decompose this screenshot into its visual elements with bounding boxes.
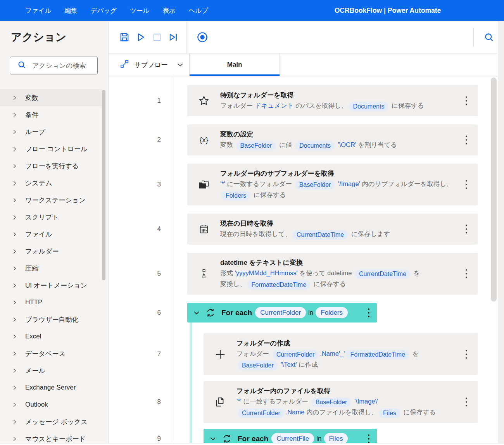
action-card[interactable]: {x}変数の設定変数 BaseFolder に値 Documents '\OCR… — [187, 124, 478, 155]
sidebar-item-ui-automation[interactable]: UI オートメーション — [0, 277, 102, 294]
foreach-header[interactable]: For eachCurrentFolderinFolders — [187, 303, 377, 323]
run-button[interactable] — [133, 29, 149, 45]
variable-pill[interactable]: CurrentFolder — [238, 409, 284, 418]
more-options-button[interactable] — [462, 269, 471, 279]
sidebar-item-database[interactable]: データベース — [0, 345, 102, 362]
description-text: を割り当てる — [356, 141, 397, 148]
action-description: BaseFolder '\Text' に作成 — [236, 359, 462, 370]
more-options-button[interactable] — [462, 349, 471, 359]
variable-pill[interactable]: CurrentFolder — [255, 307, 306, 318]
chevron-right-icon — [12, 231, 17, 237]
action-card[interactable]: フォルダー内のサブフォルダーを取得'*' に一致するフォルダー BaseFold… — [187, 164, 478, 205]
sidebar-item-label: UI オートメーション — [25, 281, 87, 290]
variable-pill[interactable]: FormattedDateTime — [346, 350, 409, 359]
variable-pill[interactable]: FormattedDateTime — [247, 280, 310, 290]
variable-pill[interactable]: CurrentDateTime — [293, 230, 348, 240]
tab-main-label: Main — [227, 61, 242, 69]
sidebar-item-email[interactable]: メール — [0, 362, 102, 379]
canvas-scrollbar[interactable] — [491, 78, 497, 302]
chevron-right-icon — [12, 266, 17, 271]
flow-row: 6For eachCurrentFolderinFolders — [109, 303, 504, 323]
action-content: フォルダー内のファイルを取得'*' に一致するフォルダー BaseFolder … — [236, 386, 462, 418]
action-card[interactable]: 現在の日時を取得現在の日時を取得して、CurrentDateTime に保存しま… — [187, 214, 478, 245]
sidebar-item-http[interactable]: HTTP — [0, 294, 102, 311]
sidebar-item-outlook[interactable]: Outlook — [0, 396, 102, 413]
sidebar-item-label: ループ — [25, 128, 45, 136]
subflow-label: サブフロー — [134, 60, 168, 69]
chevron-down-icon[interactable] — [209, 435, 217, 443]
sidebar-item-compression[interactable]: 圧縮 — [0, 260, 102, 277]
variable-pill[interactable]: Folders — [316, 307, 348, 318]
window-bottom-edge — [0, 443, 504, 445]
sidebar-item-scripting[interactable]: スクリプト — [0, 209, 102, 226]
more-options-button[interactable] — [364, 434, 373, 443]
sidebar-item-message-boxes[interactable]: メッセージ ボックス — [0, 413, 102, 430]
menu-item-file[interactable]: ファイル — [19, 3, 57, 18]
flow-search-button[interactable] — [481, 29, 497, 45]
stop-button[interactable] — [149, 29, 165, 45]
chevron-down-icon[interactable] — [193, 309, 200, 317]
toolbar-divider — [473, 27, 474, 47]
sidebar-item-loops[interactable]: ループ — [0, 123, 102, 140]
sidebar-item-exchange-server[interactable]: Exchange Server — [0, 379, 102, 396]
sidebar-scrollbar[interactable] — [102, 90, 105, 280]
sidebar-item-workstation[interactable]: ワークステーション — [0, 191, 102, 209]
more-options-button[interactable] — [462, 96, 471, 106]
subflow-dropdown[interactable]: サブフロー — [109, 53, 189, 76]
more-options-button[interactable] — [462, 135, 471, 145]
description-text: に保存する — [390, 102, 424, 109]
variable-pill[interactable]: Documents — [349, 102, 388, 111]
action-search-input[interactable]: アクションの検索 — [10, 57, 98, 74]
menu-item-view[interactable]: 表示 — [157, 3, 181, 18]
more-options-button[interactable] — [462, 179, 471, 190]
description-text: 内のサブフォルダーを取得し、 — [360, 180, 453, 187]
action-card[interactable]: フォルダー内のファイルを取得'*' に一致するフォルダー BaseFolder … — [204, 381, 478, 423]
variable-pill[interactable]: Files — [324, 433, 348, 443]
variable-pill[interactable]: BaseFolder — [236, 141, 276, 150]
search-placeholder: アクションの検索 — [32, 61, 86, 70]
action-card[interactable]: datetime をテキストに変換形式 'yyyyMMdd_HHmmss' を使… — [187, 253, 478, 295]
menu-item-help[interactable]: ヘルプ — [183, 3, 214, 18]
action-card[interactable]: 特別なフォルダーを取得フォルダー ドキュメント のパスを取得し、Document… — [187, 85, 478, 116]
action-description: 現在の日時を取得して、CurrentDateTime に保存します — [220, 229, 462, 240]
inline-value: '\Text' — [279, 361, 297, 368]
sidebar-item-folders[interactable]: フォルダー — [0, 243, 102, 260]
action-card[interactable]: フォルダーの作成フォルダー CurrentFolder.Name'_'Forma… — [204, 333, 478, 375]
sidebar-item-label: データベース — [25, 349, 66, 358]
variable-pill[interactable]: Folders — [222, 191, 250, 200]
variable-pill[interactable]: CurrentFile — [271, 433, 314, 443]
plus-icon — [204, 348, 236, 360]
foreach-header[interactable]: For eachCurrentFileinFiles — [204, 429, 377, 443]
sidebar-item-excel[interactable]: Excel — [0, 328, 102, 345]
variable-pill[interactable]: BaseFolder — [295, 180, 335, 190]
sidebar-item-conditionals[interactable]: 条件 — [0, 106, 102, 123]
variable-pill[interactable]: Documents — [295, 141, 335, 150]
sidebar-item-browser-automation[interactable]: ブラウザー自動化 — [0, 311, 102, 328]
subflow-tab-bar: サブフロー Main — [109, 53, 504, 76]
sidebar-item-run-flow[interactable]: フローを実行する — [0, 157, 102, 174]
sidebar-item-files[interactable]: ファイル — [0, 226, 102, 243]
more-options-button[interactable] — [462, 397, 471, 407]
chevron-right-icon — [12, 436, 17, 442]
more-options-button[interactable] — [462, 224, 471, 234]
tab-main[interactable]: Main — [189, 53, 280, 76]
menu-item-edit[interactable]: 編集 — [59, 3, 83, 18]
sidebar-item-variables[interactable]: 変数 — [0, 89, 102, 106]
menu-item-debug[interactable]: デバッグ — [85, 3, 123, 18]
variable-pill[interactable]: BaseFolder — [238, 361, 278, 370]
action-description: 変換し、FormattedDateTime に保存する — [220, 279, 462, 290]
row-number: 9 — [109, 435, 172, 443]
sidebar-item-system[interactable]: システム — [0, 174, 102, 191]
variable-pill[interactable]: CurrentFolder — [273, 350, 319, 359]
variable-pill[interactable]: CurrentDateTime — [355, 269, 410, 279]
menu-item-tools[interactable]: ツール — [124, 3, 155, 18]
action-description: フォルダー CurrentFolder.Name'_'FormattedDate… — [236, 348, 462, 359]
sidebar-item-flow-control[interactable]: フロー コントロール — [0, 140, 102, 157]
recorder-button[interactable] — [194, 29, 211, 45]
variable-pill[interactable]: BaseFolder — [312, 398, 351, 407]
run-next-action-button[interactable] — [165, 29, 181, 45]
variable-pill[interactable]: Files — [379, 409, 400, 418]
more-options-button[interactable] — [364, 308, 373, 318]
save-button[interactable] — [116, 29, 133, 45]
sidebar-item-label: フローを実行する — [25, 162, 79, 171]
